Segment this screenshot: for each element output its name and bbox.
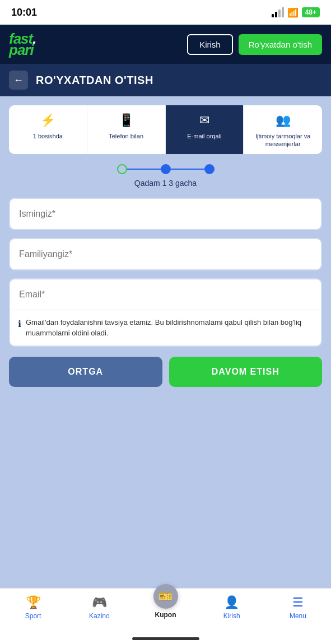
tab-one-click[interactable]: ⚡ 1 bosishda [9, 105, 87, 154]
email-hint: ℹ Gmail'dan foydalanishni tavsiya etamiz… [10, 310, 321, 346]
logo-pari: pari [9, 43, 36, 57]
nav-kupon-label: Kupon [155, 611, 176, 619]
page-title: RO'YXATDAN O'TISH [36, 74, 153, 87]
tab-social[interactable]: 👥 Ijtimoiy tarmoqlar va messenjerlar [244, 105, 322, 154]
main-content: ⚡ 1 bosishda 📱 Telefon bilan ✉ E-mail or… [0, 96, 331, 588]
wifi-icon: 📶 [287, 7, 299, 18]
continue-button[interactable]: DAVOM ETISH [169, 357, 323, 387]
email-input[interactable] [19, 290, 312, 300]
phone-icon: 📱 [119, 113, 134, 128]
name-input[interactable] [9, 198, 322, 230]
logo: fast. pari [9, 31, 36, 57]
back-button[interactable]: ← [9, 71, 28, 90]
tab-email-label: E-mail orqali [187, 132, 221, 140]
nav-menu[interactable]: ☰ Menu [265, 593, 331, 631]
stepper-label: Qadam 1 3 gacha [134, 179, 197, 188]
email-section: ℹ Gmail'dan foydalanishni tavsiya etamiz… [9, 278, 322, 347]
action-buttons: ORTGA DAVOM ETISH [9, 357, 322, 387]
step-3 [204, 164, 215, 174]
stepper-dots [117, 164, 215, 174]
step-line-2 [171, 169, 204, 170]
kupon-icon-wrap: 🎫 [153, 584, 178, 609]
info-icon: ℹ [18, 318, 21, 331]
step-line-1 [127, 169, 161, 170]
tab-email[interactable]: ✉ E-mail orqali [166, 105, 244, 154]
ticket-icon: 🎫 [158, 590, 173, 603]
tab-phone-label: Telefon bilan [109, 132, 143, 140]
register-button[interactable]: Ro'yxatdan o'tish [239, 34, 322, 55]
email-input-wrap [10, 279, 321, 310]
trophy-icon: 🏆 [26, 595, 41, 610]
user-icon: 👤 [224, 595, 239, 610]
hint-text: Gmail'dan foydalanishni tavsiya etamiz. … [26, 317, 313, 339]
email-icon: ✉ [199, 113, 209, 128]
stepper: Qadam 1 3 gacha [9, 162, 322, 190]
battery-badge: 48+ [302, 7, 320, 17]
casino-icon: 🎮 [92, 595, 107, 610]
tab-phone[interactable]: 📱 Telefon bilan [87, 105, 166, 154]
login-button[interactable]: Kirish [187, 34, 233, 55]
bottom-nav: 🏆 Sport 🎮 Kazino 🎫 Kupon 👤 Kirish ☰ Menu [0, 588, 331, 633]
header-buttons: Kirish Ro'yxatdan o'tish [187, 34, 322, 55]
nav-sport-label: Sport [25, 612, 41, 620]
signal-icon [272, 7, 284, 17]
nav-kirish-label: Kirish [223, 612, 240, 620]
lightning-icon: ⚡ [40, 113, 55, 128]
home-bar [132, 637, 199, 640]
back-form-button[interactable]: ORTGA [9, 357, 162, 387]
nav-menu-label: Menu [290, 612, 306, 620]
page-title-bar: ← RO'YXATDAN O'TISH [0, 64, 331, 96]
nav-sport[interactable]: 🏆 Sport [0, 593, 66, 631]
nav-kazino[interactable]: 🎮 Kazino [66, 593, 132, 631]
tab-one-click-label: 1 bosishda [33, 132, 63, 140]
step-2 [161, 164, 171, 174]
home-indicator [0, 633, 331, 644]
nav-kazino-label: Kazino [89, 612, 110, 620]
nav-kupon[interactable]: 🎫 Kupon [132, 593, 198, 631]
step-1 [117, 164, 127, 174]
header: fast. pari Kirish Ro'yxatdan o'tish [0, 25, 331, 64]
nav-kirish[interactable]: 👤 Kirish [199, 593, 265, 631]
method-tabs: ⚡ 1 bosishda 📱 Telefon bilan ✉ E-mail or… [9, 105, 322, 154]
status-time: 10:01 [11, 7, 37, 18]
surname-input[interactable] [9, 238, 322, 270]
menu-icon: ☰ [292, 595, 304, 610]
status-icons: 📶 48+ [272, 7, 320, 18]
status-bar: 10:01 📶 48+ [0, 0, 331, 25]
social-icon: 👥 [276, 113, 291, 128]
tab-social-label: Ijtimoiy tarmoqlar va messenjerlar [248, 132, 318, 148]
